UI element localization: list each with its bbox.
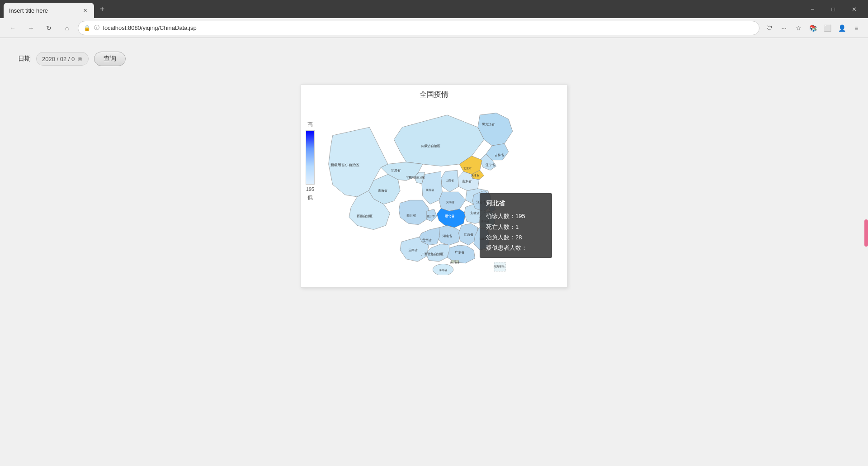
chart-title: 全国疫情 [301, 85, 567, 105]
legend-low-label: 低 [307, 194, 313, 201]
address-bar[interactable]: 🔒 ⓘ localhost:8080/yiqing/ChinaData.jsp [78, 21, 760, 35]
tooltip-death: 死亡人数：1 [486, 222, 546, 232]
liaoning-label: 辽宁省 [486, 163, 495, 167]
ningxia-label: 宁夏回族自治区 [406, 176, 425, 179]
tab-close-button[interactable]: ✕ [81, 7, 89, 14]
close-button[interactable]: ✕ [844, 0, 864, 18]
shaanxi-label: 陕西省 [426, 188, 434, 191]
hubei-label: 湖北省 [445, 214, 455, 218]
tooltip-confirmed: 确诊人数：195 [486, 211, 546, 221]
tabs-icon[interactable]: ⬜ [821, 22, 834, 34]
tooltip-cured-label: 治愈人数： [486, 234, 515, 241]
hunan-label: 湖南省 [443, 234, 452, 238]
tab-bar: Insert title here ✕ + − □ ✕ [0, 0, 868, 18]
refresh-button[interactable]: ↻ [42, 21, 56, 35]
heilongjiang-label: 黑龙江省 [482, 122, 495, 126]
henan-label: 河南省 [446, 200, 454, 204]
xinjiang-label: 新疆维吾尔自治区 [330, 163, 359, 167]
hainan-label: 海南省 [439, 268, 447, 271]
tianjin-label: 天津市 [471, 174, 479, 177]
bookmark-icon[interactable]: ☆ [792, 22, 805, 34]
legend-value: 195 [306, 186, 314, 192]
tooltip-province-name: 河北省 [486, 198, 546, 209]
tab-title: Insert title here [9, 7, 78, 14]
shandong-label: 山东省 [462, 179, 472, 183]
tooltip-death-label: 死亡人数： [486, 223, 515, 230]
shanxi-label: 山西省 [446, 179, 454, 182]
new-tab-button[interactable]: + [96, 3, 108, 15]
shield-icon[interactable]: 🛡 [763, 22, 776, 34]
back-button[interactable]: ← [5, 21, 20, 35]
guizhou-label: 贵州省 [422, 238, 432, 242]
tibet-label: 西藏自治区 [357, 214, 373, 218]
province-tooltip: 河北省 确诊人数：195 死亡人数：1 治愈人数：28 疑似患者人数： [480, 193, 552, 258]
filter-row: 日期 2020 / 02 / 0 ⊗ 查询 [18, 52, 850, 66]
sichuan-province[interactable] [399, 200, 429, 224]
security-icon: 🔒 [84, 25, 90, 31]
legend-color-bar [306, 130, 315, 185]
tooltip-cured-value: 28 [515, 234, 522, 241]
tooltip-suspected: 疑似患者人数： [486, 243, 546, 253]
macau-label: 澳门 [450, 261, 454, 264]
url-text: localhost:8080/yiqing/ChinaData.jsp [103, 24, 754, 31]
page-content: 日期 2020 / 02 / 0 ⊗ 查询 全国疫情 高 195 低 [0, 38, 868, 466]
sichuan-label: 四川省 [406, 214, 416, 218]
clear-date-icon[interactable]: ⊗ [77, 55, 83, 62]
minimize-button[interactable]: − [802, 0, 823, 18]
window-controls: − □ ✕ [802, 0, 864, 18]
menu-icon[interactable]: ≡ [850, 22, 863, 34]
inner-mongolia-label: 内蒙古自治区 [421, 144, 440, 148]
date-input[interactable]: 2020 / 02 / 0 ⊗ [36, 52, 89, 66]
navigation-bar: ← → ↻ ⌂ 🔒 ⓘ localhost:8080/yiqing/ChinaD… [0, 18, 868, 38]
tooltip-suspected-label: 疑似患者人数： [486, 244, 527, 251]
more-options-icon[interactable]: ··· [778, 22, 790, 34]
jilin-label: 吉林省 [495, 153, 504, 157]
legend-high-label: 高 [307, 121, 313, 128]
scrollbar[interactable] [864, 219, 868, 247]
tooltip-death-value: 1 [515, 223, 519, 230]
forward-button[interactable]: → [24, 21, 38, 35]
beijing-label: 北京市 [463, 166, 472, 170]
china-map: 新疆维吾尔自治区 西藏自治区 内蒙古自治区 黑龙江省 吉林省 辽宁省 北京市 天… [319, 103, 585, 305]
date-value: 2020 / 02 / 0 [42, 56, 75, 62]
guangdong-label: 广东省 [455, 250, 464, 254]
south-sea-label: 南海诸岛 [494, 265, 505, 268]
browser-chrome: Insert title here ✕ + − □ ✕ ← → ↻ ⌂ 🔒 ⓘ … [0, 0, 868, 38]
jiangxi-label: 江西省 [464, 233, 473, 237]
bookmarks-library-icon[interactable]: 📚 [807, 22, 819, 34]
chongqing-label: 重庆市 [427, 214, 435, 218]
active-tab[interactable]: Insert title here ✕ [4, 3, 94, 18]
date-label: 日期 [18, 55, 31, 63]
guangxi-label: 广西壮族自治区 [421, 252, 443, 256]
tooltip-confirmed-label: 确诊人数： [486, 213, 515, 219]
chart-container: 全国疫情 高 195 低 [301, 84, 567, 288]
qinghai-label: 青海省 [378, 189, 387, 193]
query-button[interactable]: 查询 [94, 52, 126, 66]
tooltip-cured: 治愈人数：28 [486, 232, 546, 243]
hongkong-label: 香港 [455, 261, 459, 264]
tooltip-confirmed-value: 195 [515, 213, 525, 219]
yunnan-label: 云南省 [408, 248, 418, 252]
nav-tools: 🛡 ··· ☆ 📚 ⬜ 👤 ≡ [763, 22, 863, 34]
restore-button[interactable]: □ [823, 0, 844, 18]
anhui-label: 安徽省 [470, 211, 480, 215]
profile-icon[interactable]: 👤 [835, 22, 848, 34]
info-icon: ⓘ [94, 24, 99, 32]
color-legend: 高 195 低 [306, 121, 315, 201]
home-button[interactable]: ⌂ [60, 21, 74, 35]
gansu-label: 甘肃省 [392, 168, 401, 172]
